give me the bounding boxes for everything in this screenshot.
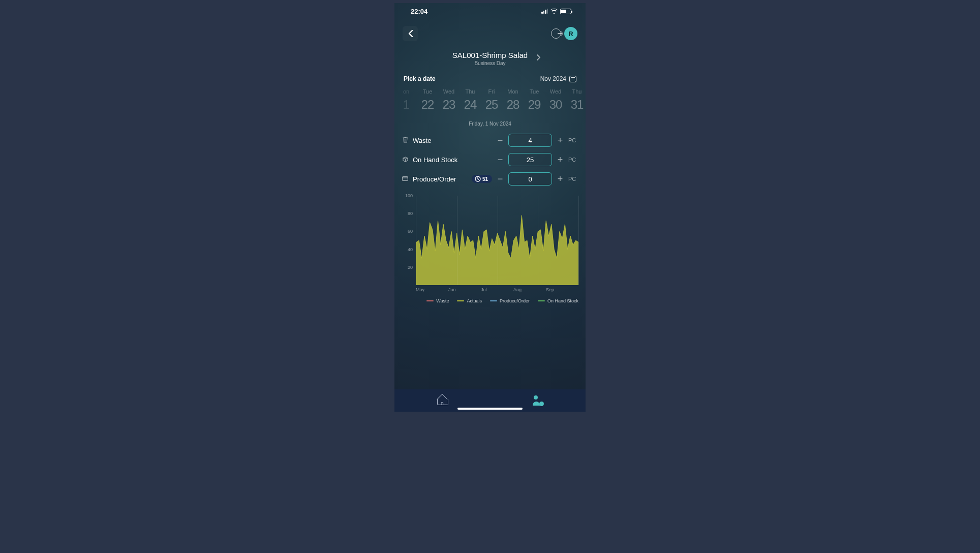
- y-axis: 20406080100: [402, 196, 416, 285]
- legend-item: Waste: [426, 298, 449, 303]
- status-indicators: [541, 8, 571, 15]
- day-cell[interactable]: Wed30: [545, 88, 566, 112]
- chart-legend: WasteActualsProduce/OrderOn Hand Stock: [394, 292, 586, 310]
- product-subtitle: Business Day: [394, 60, 586, 66]
- produce-label: Produce/Order: [413, 175, 468, 183]
- calendar-icon: [569, 76, 576, 82]
- produce-input[interactable]: 0: [508, 172, 552, 186]
- produce-minus-button[interactable]: −: [496, 174, 504, 185]
- wifi-icon: [550, 8, 558, 15]
- svg-rect-0: [403, 176, 408, 180]
- month-label: Nov 2024: [540, 75, 566, 82]
- logout-icon[interactable]: [551, 28, 561, 39]
- home-icon: [437, 396, 447, 405]
- app-header: R: [394, 19, 586, 48]
- waste-unit: PC: [568, 137, 578, 143]
- date-picker-row: Pick a date Nov 2024: [394, 66, 586, 86]
- nav-home-button[interactable]: [437, 396, 447, 405]
- onhand-plus-button[interactable]: +: [556, 155, 564, 165]
- battery-icon: [560, 9, 571, 14]
- onhand-unit: PC: [568, 157, 578, 163]
- day-cell[interactable]: Tue22: [417, 88, 438, 112]
- status-bar: 22:04: [394, 3, 586, 19]
- waste-minus-button[interactable]: −: [496, 135, 504, 146]
- legend-item: Produce/Order: [490, 298, 530, 303]
- legend-item: Actuals: [457, 298, 482, 303]
- produce-plus-button[interactable]: +: [556, 174, 564, 185]
- waste-row: Waste − 4 + PC: [394, 131, 586, 150]
- user-settings-icon: [533, 395, 543, 406]
- cell-signal-icon: [541, 9, 548, 14]
- selected-date-label: Friday, 1 Nov 2024: [394, 121, 586, 127]
- trash-icon: [402, 137, 409, 144]
- x-axis: MayJunJulAugSep: [416, 287, 578, 292]
- chart-section: 20406080100 MayJunJulAugSep: [394, 189, 586, 292]
- chevron-right-icon: [537, 54, 541, 62]
- produce-row: Produce/Order 51 − 0 + PC: [394, 169, 586, 189]
- suggestion-badge[interactable]: 51: [472, 175, 492, 183]
- clock: 22:04: [411, 8, 427, 15]
- month-selector[interactable]: Nov 2024: [540, 75, 576, 82]
- waste-plus-button[interactable]: +: [556, 135, 564, 146]
- pick-date-label: Pick a date: [404, 75, 436, 82]
- back-button[interactable]: [403, 26, 418, 41]
- legend-item: On Hand Stock: [538, 298, 578, 303]
- onhand-minus-button[interactable]: −: [496, 155, 504, 165]
- day-cell[interactable]: Mon28: [502, 88, 524, 112]
- box-icon: [402, 157, 409, 163]
- chart-plot: 20406080100: [402, 196, 578, 285]
- avatar[interactable]: R: [564, 27, 577, 40]
- home-indicator: [457, 408, 523, 410]
- day-cell[interactable]: Thu31: [566, 88, 586, 112]
- card-icon: [402, 176, 409, 182]
- product-title-block[interactable]: SAL001-Shrimp Salad Business Day: [394, 51, 586, 66]
- nav-profile-button[interactable]: [533, 395, 543, 406]
- day-cell[interactable]: Thu24: [460, 88, 481, 112]
- produce-unit: PC: [568, 176, 578, 182]
- onhand-label: On Hand Stock: [413, 156, 492, 164]
- day-cell[interactable]: on1: [395, 88, 417, 112]
- phone-frame: 22:04 R SAL001-Shrimp Salad Business Day…: [394, 3, 586, 412]
- day-strip[interactable]: on1Tue22Wed23Thu24Fri25Mon28Tue29Wed30Th…: [394, 86, 586, 112]
- waste-input[interactable]: 4: [508, 134, 552, 147]
- day-cell[interactable]: Fri25: [481, 88, 502, 112]
- day-cell[interactable]: Tue29: [524, 88, 545, 112]
- badge-value: 51: [482, 176, 488, 182]
- onhand-input[interactable]: 25: [508, 153, 552, 166]
- onhand-row: On Hand Stock − 25 + PC: [394, 150, 586, 169]
- day-cell[interactable]: Wed23: [438, 88, 460, 112]
- waste-label: Waste: [413, 137, 492, 144]
- plot-area: [416, 196, 578, 285]
- product-title: SAL001-Shrimp Salad: [394, 51, 586, 59]
